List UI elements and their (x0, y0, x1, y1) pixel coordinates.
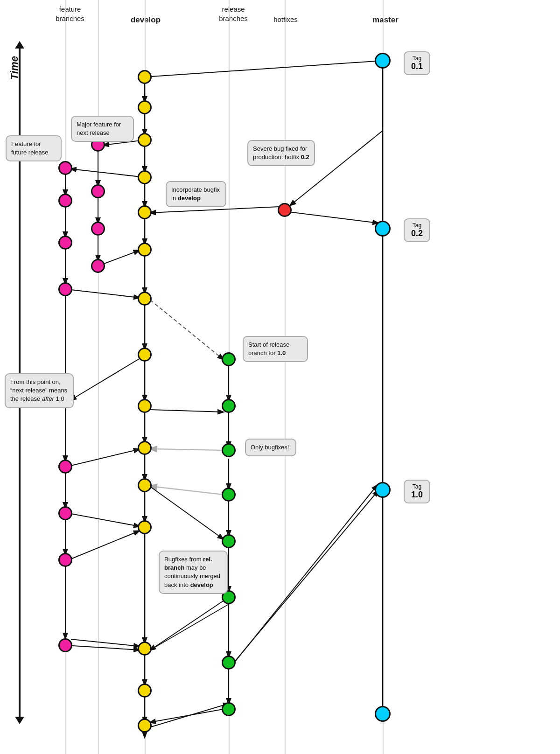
release-branches-header: release branches (210, 5, 257, 23)
release-node-4 (222, 488, 236, 502)
svg-line-59 (71, 639, 139, 646)
release-node-1 (222, 352, 236, 366)
svg-line-50 (150, 410, 223, 412)
feature2-node-4 (91, 259, 105, 273)
develop-node-7 (138, 292, 152, 306)
develop-node-13 (138, 642, 152, 656)
svg-line-38 (285, 211, 378, 223)
feature1-node-2 (58, 194, 72, 208)
svg-line-52 (150, 597, 229, 650)
svg-line-51 (150, 487, 223, 539)
release-node-3 (222, 443, 236, 457)
svg-line-40 (150, 300, 223, 359)
callout-hotfix: Severe bug fixed for production: hotfix … (247, 140, 315, 166)
svg-line-61 (229, 491, 378, 669)
svg-line-48 (150, 449, 223, 450)
develop-node-8 (138, 348, 152, 362)
feature1-node-4 (58, 282, 72, 296)
tag-02-box: Tag 0.2 (404, 218, 430, 242)
master-node-tag02 (375, 221, 391, 237)
feature1-node-6 (58, 460, 72, 474)
master-header: master (367, 15, 404, 25)
hotfixes-header: hotfixes (267, 15, 304, 24)
svg-line-36 (71, 531, 139, 559)
feature2-node-3 (91, 222, 105, 236)
master-lane (383, 0, 384, 754)
hotfix-node-1 (278, 203, 292, 217)
svg-line-53 (150, 604, 229, 650)
master-node-tag10 (375, 482, 391, 498)
feature1-node-3 (58, 236, 72, 250)
develop-node-11 (138, 478, 152, 492)
svg-line-39 (150, 207, 279, 213)
develop-node-4 (138, 170, 152, 184)
develop-node-1 (138, 70, 152, 84)
develop-node-2 (138, 100, 152, 114)
feature-branches-header: feature branches (47, 5, 93, 23)
svg-line-2 (145, 61, 383, 77)
callout-next-release: From this point on, “next release” means… (5, 373, 74, 408)
svg-line-54 (234, 485, 377, 663)
develop-node-12 (138, 520, 152, 534)
feature1-node-1 (58, 161, 72, 175)
arrows-svg (0, 0, 560, 754)
feature2-lane (98, 0, 99, 754)
develop-node-15 (138, 719, 152, 733)
hotfix-lane (285, 0, 286, 754)
tag-10-box: Tag 1.0 (404, 480, 430, 503)
svg-line-31 (65, 645, 139, 650)
develop-node-5 (138, 205, 152, 219)
svg-line-32 (71, 290, 139, 298)
develop-header: develop (127, 15, 164, 25)
develop-node-3 (138, 133, 152, 147)
feature1-node-9 (58, 638, 72, 652)
callout-incorporate-bugfix: Incorporate bugfix in develop (166, 181, 226, 207)
develop-node-14 (138, 684, 152, 698)
callout-release-start: Start of release branch for 1.0 (243, 336, 308, 362)
svg-line-49 (150, 486, 223, 495)
release-node-5 (222, 534, 236, 548)
callout-major-feature: Major feature for next release (71, 116, 134, 142)
tag-01-box: Tag 0.1 (404, 51, 430, 75)
develop-node-9 (138, 399, 152, 413)
master-node-top (375, 53, 391, 69)
develop-node-6 (138, 243, 152, 257)
git-flow-diagram: Time feature branches develop release br… (0, 0, 560, 754)
svg-line-33 (71, 356, 145, 400)
svg-line-57 (145, 704, 229, 729)
release-node-7 (222, 656, 236, 670)
svg-line-63 (150, 709, 223, 722)
callout-feature-future: Feature for future release (6, 135, 62, 161)
feature2-node-2 (91, 184, 105, 198)
release-node-8 (222, 702, 236, 716)
svg-line-58 (234, 489, 377, 708)
svg-line-34 (71, 449, 139, 466)
callout-only-bugfixes: Only bugfixes! (245, 439, 296, 456)
svg-line-35 (71, 514, 139, 526)
master-node-bottom (375, 706, 391, 722)
feature1-node-8 (58, 553, 72, 567)
release-node-2 (222, 399, 236, 413)
develop-node-10 (138, 441, 152, 455)
feature1-node-7 (58, 506, 72, 520)
release-lane (229, 0, 230, 754)
callout-bugfixes-merged: Bugfixes from rel. branch may be continu… (159, 551, 228, 594)
svg-line-28 (71, 169, 145, 177)
